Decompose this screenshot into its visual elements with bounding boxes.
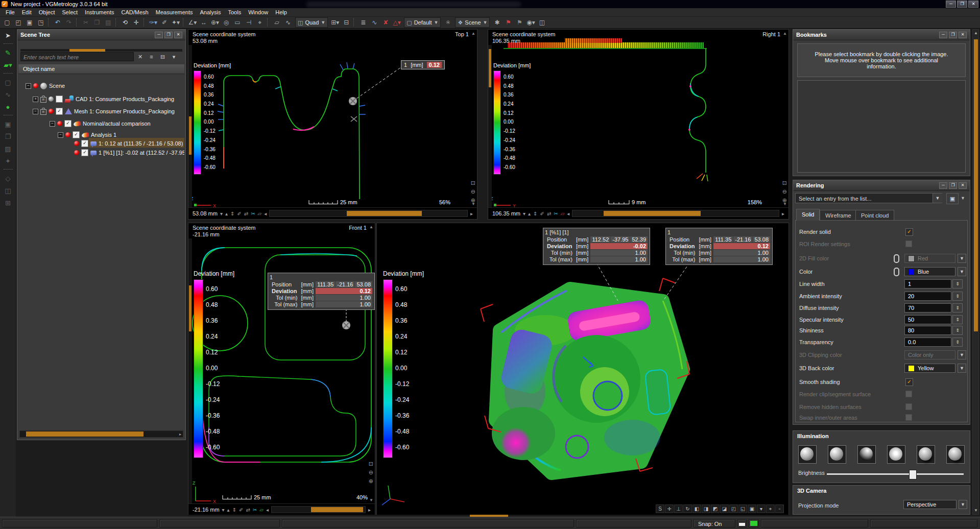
menu-item[interactable]: Measurements	[152, 9, 197, 16]
panel-close-icon[interactable]: ✕	[959, 182, 967, 189]
pin-icon[interactable]: ✐	[237, 211, 241, 217]
menu-item[interactable]: Analysis	[197, 9, 225, 16]
brush-tool-icon[interactable]: ✐	[159, 17, 170, 28]
tree-item-label[interactable]: Mesh 1: Consumer Products_Packaging	[74, 108, 175, 114]
angle-measure-icon[interactable]: ∠▾	[187, 17, 198, 28]
visibility-checkbox[interactable]: ✓	[64, 120, 71, 127]
chevron-down-icon[interactable]: ▼	[959, 500, 967, 509]
spinner[interactable]: ⇕	[952, 326, 963, 335]
zoom-out-icon[interactable]: ⊖	[471, 188, 475, 195]
chevron-down-icon[interactable]: ▼	[958, 364, 966, 373]
spinner[interactable]: ⇕	[952, 338, 963, 347]
tree-row-scene[interactable]: − Scene	[17, 81, 184, 91]
tab-solid[interactable]: Solid	[796, 209, 820, 221]
panel-float-icon[interactable]: ❐	[164, 32, 173, 38]
section-spinner-icon[interactable]: ⇕	[533, 211, 537, 217]
tree-row-cad[interactable]: + R ✓ CAD 1: Consumer Products_Packaging	[17, 94, 184, 104]
render-box-icon[interactable]: ▫	[775, 504, 784, 513]
visibility-checkbox[interactable]: ✓	[81, 140, 88, 147]
chevron-down-icon[interactable]: ▼	[961, 196, 965, 201]
distance-measure-icon[interactable]: ↔	[198, 17, 209, 28]
status-dot-icon[interactable]	[57, 121, 62, 126]
light-preset-1[interactable]	[798, 445, 817, 464]
close-button[interactable]: ✕	[968, 1, 978, 8]
status-dot-icon[interactable]	[49, 109, 54, 114]
pan-icon[interactable]: ⊡	[471, 180, 475, 186]
scroll-right-icon[interactable]: ▸	[782, 211, 784, 217]
v-scrollbar-thumb[interactable]	[189, 116, 192, 155]
visibility-checkbox[interactable]: ✓	[73, 131, 80, 138]
zoom-out-icon[interactable]: ⊖	[782, 188, 787, 195]
select-cursor-icon[interactable]: ➤	[2, 30, 15, 42]
scroll-left-icon[interactable]: ◂	[266, 507, 269, 513]
save-icon[interactable]: ▣	[24, 17, 35, 28]
status-dot-icon[interactable]	[65, 132, 70, 137]
clear-search-icon[interactable]: ✕	[136, 53, 145, 61]
visibility-checkbox[interactable]: ✓	[81, 149, 88, 156]
rendering-title-bar[interactable]: Rendering ─ ❐ ✕	[793, 180, 970, 191]
zoom-in-icon[interactable]: ⊕	[369, 478, 373, 485]
ruler-icon[interactable]: ≣	[357, 17, 369, 28]
pan-mode-icon[interactable]: S	[656, 504, 664, 513]
menu-item[interactable]: Select	[59, 9, 82, 16]
grid-view-icon[interactable]: ⊟	[341, 17, 352, 28]
scroll-right-icon[interactable]: ▸	[178, 432, 183, 437]
refine-tool-icon[interactable]: ✦▾	[170, 17, 181, 28]
pan-icon[interactable]: ⊡	[782, 180, 787, 186]
shininess-input[interactable]: 80	[904, 326, 951, 335]
polygon-select-icon[interactable]: ▢	[2, 77, 15, 89]
grid-tool-icon[interactable]: ⊞	[2, 197, 15, 209]
spline-icon[interactable]: ∿	[369, 17, 380, 28]
visibility-checkbox[interactable]: ✓	[56, 95, 63, 103]
move-object-icon[interactable]: ✛	[131, 17, 142, 28]
zoom-in-icon[interactable]: ⊕	[782, 197, 787, 204]
projection-mode-dropdown[interactable]: Perspective	[903, 500, 957, 509]
smooth-shading-checkbox[interactable]: ✓	[905, 378, 913, 386]
section-up-icon[interactable]: ▴	[227, 507, 230, 513]
bookmarks-list-area[interactable]	[797, 80, 966, 173]
table-view-icon[interactable]: ⊞▾	[329, 17, 341, 28]
expand-icon[interactable]: +	[33, 97, 38, 102]
open-project-icon[interactable]: ◰	[13, 17, 24, 28]
v-scrollbar-thumb[interactable]	[489, 49, 491, 87]
section-spinner-icon[interactable]: ⇕	[230, 211, 234, 217]
minimize-button[interactable]: ─	[946, 1, 956, 8]
copy-icon[interactable]: ❐	[91, 17, 103, 28]
v-scrollbar[interactable]	[188, 45, 192, 208]
scroll-up-icon[interactable]: ▲	[369, 225, 373, 229]
center-measure-icon[interactable]: ⊕▾	[209, 17, 221, 28]
freehand-select-icon[interactable]: ∿	[2, 89, 15, 101]
lock-icon[interactable]: R	[40, 97, 46, 103]
link-icon[interactable]	[894, 268, 899, 276]
layout-icon[interactable]: ◫	[536, 17, 547, 28]
menu-item[interactable]: Tools	[224, 9, 245, 16]
h-scrollbar[interactable]	[572, 210, 779, 217]
search-options-icon[interactable]: ▾	[170, 53, 178, 61]
visibility-icon[interactable]: ◉▾	[525, 17, 536, 28]
status-dot-icon[interactable]	[49, 97, 54, 102]
right-column-scrollbar[interactable]: ▲ ▼	[972, 29, 979, 515]
section-combo-icon[interactable]: ▾	[220, 211, 223, 217]
rotate-icon[interactable]: ↻	[683, 504, 692, 513]
view-left-icon[interactable]: ◧	[692, 504, 701, 513]
menu-item[interactable]: File	[2, 9, 18, 16]
section-plane-icon[interactable]: ▱	[259, 507, 264, 513]
light-preset-2[interactable]	[828, 445, 846, 464]
menu-item[interactable]: Edit	[18, 9, 35, 16]
section-combo-icon[interactable]: ▾	[523, 211, 525, 217]
views-dropdown-icon[interactable]: ▾	[757, 504, 766, 513]
region-select-icon[interactable]: ●	[2, 101, 15, 113]
collapse-icon[interactable]: −	[58, 132, 63, 138]
add-bookmark-icon[interactable]: ⚑	[514, 17, 525, 28]
scroll-up-icon[interactable]: ▲	[783, 31, 787, 36]
bookmark-icon[interactable]: ⚑	[503, 17, 514, 28]
tab-wireframe[interactable]: Wireframe	[820, 210, 857, 221]
status-dot-icon[interactable]	[33, 83, 38, 88]
color-dropdown[interactable]: Blue	[904, 267, 955, 276]
menu-item[interactable]: CAD/Mesh	[118, 9, 152, 16]
visibility-checkbox[interactable]: ✓	[56, 108, 63, 115]
tree-row-annotation-2[interactable]: ✓ 1 [%1] [1]: -0.02 at (112.52 / -37.95)	[17, 148, 184, 158]
line-width-input[interactable]: 1	[904, 279, 951, 288]
menu-item[interactable]: Object	[35, 9, 59, 16]
back-color-dropdown[interactable]: Yellow	[904, 364, 955, 373]
